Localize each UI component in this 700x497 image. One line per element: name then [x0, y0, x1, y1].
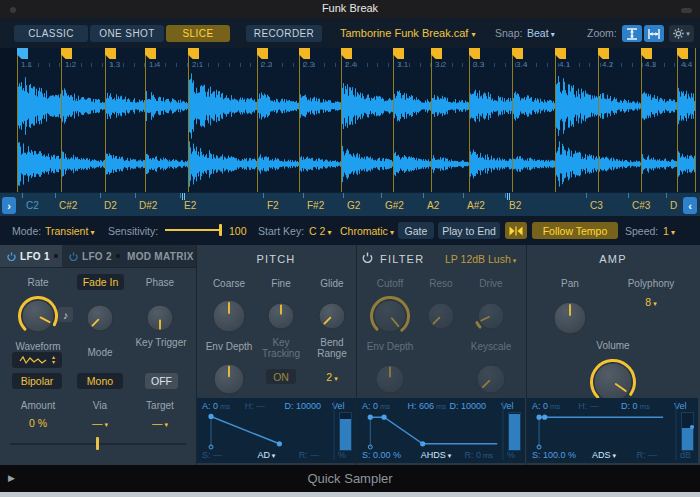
lfo-amount-slider-handle[interactable]	[96, 437, 99, 450]
sample-file-select[interactable]: Tamborine Funk Break.caf ▾	[340, 27, 475, 39]
slice-flag[interactable]	[393, 48, 404, 59]
filter-env-velocity-bar[interactable]	[508, 412, 521, 451]
slice-key-C2[interactable]: C2	[26, 200, 39, 211]
amp-env-velocity-bar[interactable]	[681, 412, 694, 451]
scroll-keys-left-button[interactable]: ›	[2, 197, 16, 214]
slice-flag[interactable]	[299, 48, 310, 59]
amp-polyphony-select[interactable]: 8 ▾	[645, 296, 656, 308]
lfo-mode-select[interactable]: Mono	[77, 373, 123, 389]
slice-flag[interactable]	[188, 48, 199, 59]
gate-button[interactable]: Gate	[398, 222, 434, 239]
lfo-waveform-select[interactable]: ▴▾	[12, 352, 62, 368]
slice-line[interactable]	[145, 48, 146, 192]
slice-key-E2[interactable]: E2	[184, 200, 196, 211]
slice-line[interactable]	[299, 48, 300, 192]
slice-key-As2[interactable]: A#2	[467, 200, 485, 211]
lfo-via-select[interactable]: — ▾	[92, 417, 108, 429]
slice-line[interactable]	[105, 48, 106, 192]
slice-flag[interactable]	[641, 48, 652, 59]
slice-flag[interactable]	[555, 48, 566, 59]
slice-line[interactable]	[17, 48, 18, 192]
filter-type-select[interactable]: LP 12dB Lush ▾	[445, 253, 516, 265]
mode-select[interactable]: Transient ▾	[45, 225, 95, 237]
filter-envelope-display[interactable]: A: 0 msH: 606 msD: 10000VelS: 0.00 %AHDS…	[357, 398, 525, 463]
slice-line[interactable]	[512, 48, 513, 192]
slice-flag[interactable]	[341, 48, 352, 59]
slice-flag[interactable]	[61, 48, 72, 59]
lfo-phase-knob[interactable]	[141, 299, 179, 337]
waveform-display[interactable]: 1.11.21.31.42.12.22.32.43.13.23.33.44.14…	[0, 48, 700, 192]
slice-flag[interactable]	[469, 48, 480, 59]
slice-line[interactable]	[677, 48, 678, 192]
pitch-env-depth-knob[interactable]	[208, 358, 250, 400]
slice-flag[interactable]	[677, 48, 688, 59]
pitch-coarse-knob[interactable]	[207, 294, 251, 338]
lfo-target-select[interactable]: — ▾	[152, 417, 168, 429]
lfo-rate-sync-button[interactable]: ♪	[58, 307, 73, 322]
filter-keyscale-knob[interactable]	[471, 359, 511, 399]
slice-key-Cs2[interactable]: C#2	[59, 200, 77, 211]
slice-flag[interactable]	[257, 48, 268, 59]
lfo-fade-in-knob[interactable]	[81, 299, 119, 337]
amp-env-velocity-handle[interactable]	[690, 425, 694, 429]
slice-line[interactable]	[641, 48, 642, 192]
lfo-key-trigger-button[interactable]: OFF	[145, 373, 178, 389]
lfo-rate-knob[interactable]	[16, 294, 60, 338]
slice-line[interactable]	[598, 48, 599, 192]
play-to-end-button[interactable]: Play to End	[438, 222, 500, 239]
pitch-key-tracking-button[interactable]: ON	[266, 369, 296, 384]
lfo-fade-select[interactable]: Fade In	[77, 274, 124, 290]
slice-key-G2[interactable]: G2	[347, 200, 360, 211]
slice-flag[interactable]	[145, 48, 156, 59]
lfo-amount-value[interactable]: 0 %	[29, 417, 47, 429]
window-link-button[interactable]	[681, 8, 692, 13]
snap-select[interactable]: Beat ▾	[527, 27, 555, 39]
slice-key-D[interactable]: D	[670, 200, 677, 211]
slice-key-Ds2[interactable]: D#2	[139, 200, 157, 211]
scroll-keys-right-button[interactable]: ‹	[683, 197, 697, 214]
tab-one-shot[interactable]: ONE SHOT	[90, 25, 164, 42]
slice-line[interactable]	[188, 48, 189, 192]
tab-classic[interactable]: CLASSIC	[14, 25, 88, 42]
tab-lfo2[interactable]: LFO 2	[62, 245, 120, 267]
speed-select[interactable]: 1 ▾	[663, 225, 675, 237]
slice-flag[interactable]	[512, 48, 523, 59]
zoom-vertical-button[interactable]	[622, 25, 642, 42]
amp-pan-knob[interactable]	[548, 296, 592, 340]
pitch-bend-range-select[interactable]: 2 ▾	[326, 371, 337, 383]
slice-key-A2[interactable]: A2	[427, 200, 439, 211]
slice-line[interactable]	[393, 48, 394, 192]
pitch-envelope-display[interactable]: A: 0 msH: —D: 10000VelS: —AD ▾R: —%	[197, 398, 356, 463]
slice-line[interactable]	[257, 48, 258, 192]
tab-slice[interactable]: SLICE	[166, 25, 230, 42]
filter-env-graph[interactable]	[357, 398, 525, 463]
slice-line[interactable]	[555, 48, 556, 192]
start-key-select[interactable]: C 2 ▾	[309, 225, 332, 237]
slice-flag[interactable]	[598, 48, 609, 59]
amp-env-graph[interactable]	[527, 398, 698, 463]
filter-env-depth-knob[interactable]	[370, 359, 410, 399]
filter-cutoff-knob[interactable]	[368, 294, 412, 338]
lfo-polarity-button[interactable]: Bipolar	[12, 373, 62, 389]
zoom-horizontal-button[interactable]	[644, 25, 664, 42]
filter-reso-knob[interactable]	[422, 297, 460, 335]
slice-key-D2[interactable]: D2	[104, 200, 117, 211]
filter-power-icon[interactable]	[362, 252, 373, 263]
sensitivity-value[interactable]: 100	[229, 225, 247, 237]
amp-envelope-display[interactable]: A: 0 msH: —D: 0 msVelS: 100.0 %ADS ▾R: —…	[527, 398, 698, 463]
scale-select[interactable]: Chromatic ▾	[340, 225, 394, 237]
pitch-fine-knob[interactable]	[262, 297, 300, 335]
slice-line[interactable]	[61, 48, 62, 192]
tab-lfo1[interactable]: LFO 1	[0, 245, 62, 267]
slice-flag[interactable]	[105, 48, 116, 59]
sensitivity-slider-track[interactable]	[165, 229, 221, 231]
settings-button[interactable]: ▾	[669, 25, 694, 42]
slice-line[interactable]	[431, 48, 432, 192]
slice-key-Fs2[interactable]: F#2	[307, 200, 324, 211]
slice-line[interactable]	[469, 48, 470, 192]
pitch-env-velocity-bar[interactable]	[339, 412, 352, 451]
slice-flag[interactable]	[431, 48, 442, 59]
filter-drive-knob[interactable]	[472, 297, 510, 335]
tab-recorder[interactable]: RECORDER	[246, 25, 322, 42]
sensitivity-slider-handle[interactable]	[219, 224, 222, 236]
